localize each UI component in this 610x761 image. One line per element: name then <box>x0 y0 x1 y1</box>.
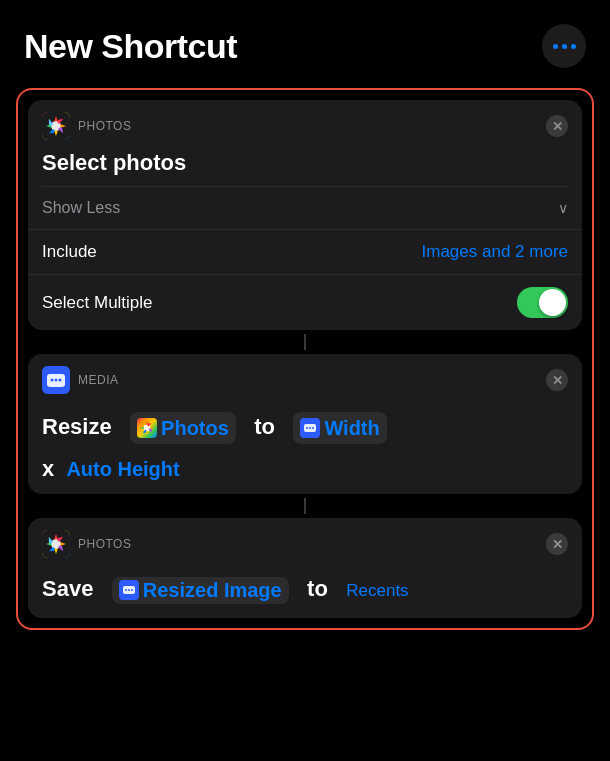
more-dots-icon <box>553 44 576 49</box>
select-multiple-option-row: Select Multiple <box>28 274 582 330</box>
to-word-resize: to <box>254 414 275 439</box>
photos-chip-label: Photos <box>161 414 229 442</box>
connector-line-1 <box>304 334 306 350</box>
include-label: Include <box>42 242 97 262</box>
resized-image-label: Resized Image <box>143 579 282 602</box>
connector-1 <box>28 334 582 350</box>
close-save-button[interactable]: ✕ <box>546 533 568 555</box>
width-chip[interactable]: Width <box>293 412 386 444</box>
svg-point-13 <box>309 427 311 429</box>
connector-2 <box>28 498 582 514</box>
width-chip-label: Width <box>324 414 379 442</box>
svg-point-6 <box>55 379 58 382</box>
photos-chip[interactable]: Photos <box>130 412 236 444</box>
resize-media-card: MEDIA ✕ Resize <box>28 354 582 494</box>
svg-point-5 <box>51 379 54 382</box>
photos-chip-icon <box>137 418 157 438</box>
close-select-photos-button[interactable]: ✕ <box>546 115 568 137</box>
include-value[interactable]: Images and 2 more <box>422 242 568 262</box>
select-photos-title: Select photos <box>28 148 582 186</box>
resized-image-chip-icon <box>119 580 139 600</box>
save-content-row: Save Resized Image to Recents <box>28 566 582 618</box>
width-chip-icon <box>300 418 320 438</box>
to-word-save: to <box>307 576 328 601</box>
select-photos-card: PHOTOS ✕ Select photos Show Less ∨ Inclu… <box>28 100 582 330</box>
save-photos-card: PHOTOS ✕ Save Resized Image <box>28 518 582 618</box>
shortcuts-container: PHOTOS ✕ Select photos Show Less ∨ Inclu… <box>16 88 594 630</box>
resize-content-row: Resize Photos <box>28 402 582 456</box>
svg-point-12 <box>306 427 308 429</box>
media-icon-svg <box>42 366 70 394</box>
more-options-button[interactable] <box>542 24 586 68</box>
resized-image-chip[interactable]: Resized Image <box>112 577 289 604</box>
svg-point-21 <box>131 589 133 591</box>
toggle-knob <box>539 289 566 316</box>
page-title: New Shortcut <box>24 27 237 66</box>
photos-app-icon <box>42 112 70 140</box>
photos-save-app-label: PHOTOS <box>78 537 131 551</box>
card-header-media: MEDIA ✕ <box>28 354 582 402</box>
x-label: x <box>42 456 54 481</box>
auto-height-chip[interactable]: Auto Height <box>66 458 179 480</box>
select-multiple-label: Select Multiple <box>42 293 153 313</box>
media-app-label: MEDIA <box>78 373 119 387</box>
recents-chip[interactable]: Recents <box>346 581 408 600</box>
include-option-row: Include Images and 2 more <box>28 229 582 274</box>
photos-app-label: PHOTOS <box>78 119 131 133</box>
card-header-photos-save: PHOTOS ✕ <box>28 518 582 566</box>
svg-point-20 <box>128 589 130 591</box>
save-word: Save <box>42 576 93 601</box>
media-app-icon <box>42 366 70 394</box>
svg-point-19 <box>125 589 127 591</box>
photos-save-icon-svg <box>42 530 70 558</box>
connector-line-2 <box>304 498 306 514</box>
photos-save-app-icon <box>42 530 70 558</box>
select-multiple-toggle[interactable] <box>517 287 568 318</box>
page-header: New Shortcut <box>0 0 610 84</box>
chevron-down-icon: ∨ <box>558 200 568 216</box>
close-resize-button[interactable]: ✕ <box>546 369 568 391</box>
resize-word: Resize <box>42 414 112 439</box>
svg-point-14 <box>312 427 314 429</box>
auto-height-row: x Auto Height <box>28 456 582 494</box>
photos-icon-svg <box>42 112 70 140</box>
card-header-photos: PHOTOS ✕ <box>28 100 582 148</box>
svg-point-7 <box>59 379 62 382</box>
show-less-label: Show Less <box>42 199 120 217</box>
show-less-row[interactable]: Show Less ∨ <box>28 187 582 229</box>
